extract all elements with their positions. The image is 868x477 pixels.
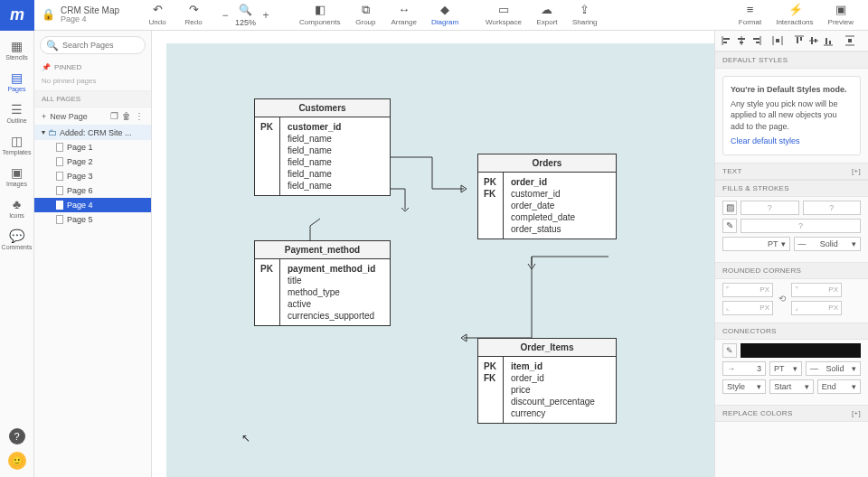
folder-caret-icon: ▾ bbox=[42, 128, 45, 136]
folder-row[interactable]: ▾ 🗀 Added: CRM Site ... bbox=[34, 125, 151, 140]
search-input[interactable] bbox=[62, 41, 144, 50]
images-icon: ▣ bbox=[11, 166, 23, 179]
corner-bl-input[interactable]: ⌞PX bbox=[722, 301, 773, 315]
add-page-icon[interactable]: + bbox=[42, 112, 46, 121]
document-subtitle: Page 4 bbox=[61, 15, 119, 24]
rail-images[interactable]: ▣Images bbox=[2, 163, 33, 191]
entity-title: Customers bbox=[255, 99, 390, 117]
page-icon bbox=[56, 143, 63, 152]
magnifier-icon: 🔍 bbox=[239, 4, 252, 16]
canvas-page[interactable] bbox=[166, 43, 714, 477]
distribute-h-button[interactable] bbox=[771, 34, 784, 47]
new-page-button[interactable]: New Page bbox=[50, 112, 88, 121]
fill-swatch[interactable]: ▨ bbox=[722, 201, 737, 215]
corner-br-input[interactable]: ⌟PX bbox=[791, 301, 842, 315]
key-cell bbox=[260, 286, 274, 298]
key-cell bbox=[484, 407, 497, 419]
search-pages[interactable]: 🔍 bbox=[40, 36, 146, 54]
sharing-icon: ⇪ bbox=[579, 4, 591, 16]
page-menu-icon[interactable]: ⋮ bbox=[135, 111, 144, 121]
section-replace-colors[interactable]: REPLACE COLORS[+] bbox=[715, 405, 868, 422]
connector-line-style[interactable]: ―Solid▾ bbox=[806, 361, 861, 376]
page-row[interactable]: Page 6 bbox=[34, 183, 151, 198]
canvas[interactable]: Customers PK customer_idfield_namefield_… bbox=[152, 31, 714, 477]
interactions-button[interactable]: ⚡Interactions bbox=[769, 2, 820, 28]
corner-tr-input[interactable]: ⌝PX bbox=[791, 283, 842, 297]
page-row[interactable]: Page 4 bbox=[34, 198, 151, 212]
group-button[interactable]: ⧉Group bbox=[347, 2, 383, 28]
field-cell: customer_id bbox=[288, 121, 382, 133]
entity-orders[interactable]: Orders PKFK order_idcustomer_idorder_dat… bbox=[477, 154, 617, 239]
link-corners-icon[interactable]: ⟲ bbox=[778, 294, 786, 304]
arrange-button[interactable]: ↔Arrange bbox=[383, 2, 423, 28]
distribute-v-button[interactable] bbox=[844, 34, 856, 47]
align-center-h-button[interactable] bbox=[735, 34, 748, 47]
connector-color-bar[interactable] bbox=[741, 343, 861, 358]
key-cell bbox=[260, 168, 274, 180]
stroke-value[interactable]: ? bbox=[741, 219, 861, 233]
page-icon bbox=[56, 172, 63, 181]
sharing-button[interactable]: ⇪Sharing bbox=[565, 2, 605, 28]
connector-arrow-select[interactable]: →3 bbox=[722, 361, 766, 376]
svg-rect-13 bbox=[797, 37, 798, 43]
entity-title: Orders bbox=[478, 154, 616, 173]
clear-default-styles-link[interactable]: Clear default styles bbox=[731, 136, 800, 147]
redo-button[interactable]: ↷Redo bbox=[175, 2, 212, 28]
comments-icon: 💬 bbox=[9, 229, 24, 242]
svg-rect-23 bbox=[848, 39, 852, 42]
workspace-icon: ▭ bbox=[497, 4, 510, 16]
zoom-out-button[interactable]: − bbox=[219, 9, 231, 22]
page-row[interactable]: Page 2 bbox=[34, 154, 151, 169]
workspace-button[interactable]: ▭Workspace bbox=[478, 2, 529, 28]
connector-start-select[interactable]: Start▾ bbox=[769, 379, 813, 394]
stroke-style-select[interactable]: ―Solid▾ bbox=[794, 237, 862, 251]
align-top-button[interactable] bbox=[793, 34, 806, 47]
export-button[interactable]: ☁Export bbox=[529, 2, 565, 28]
page-label: Page 3 bbox=[67, 172, 93, 181]
connector-style-select[interactable]: Style▾ bbox=[722, 379, 766, 394]
rail-templates[interactable]: ◫Templates bbox=[2, 131, 33, 159]
stroke-swatch[interactable]: ✎ bbox=[722, 219, 737, 233]
align-center-v-button[interactable] bbox=[807, 34, 820, 47]
rail-comments[interactable]: 💬Comments bbox=[2, 226, 33, 254]
rail-outline[interactable]: ☰Outline bbox=[2, 99, 33, 127]
page-row[interactable]: Page 1 bbox=[34, 140, 151, 154]
connector-color-swatch[interactable]: ✎ bbox=[722, 343, 737, 358]
rail-stencils[interactable]: ▦Stencils bbox=[2, 36, 33, 64]
app-logo[interactable]: m bbox=[0, 0, 34, 31]
rail-pages[interactable]: ▤Pages bbox=[2, 68, 33, 96]
zoom-value[interactable]: 125% bbox=[235, 18, 256, 27]
chevron-down-icon: ▾ bbox=[852, 364, 856, 373]
section-text[interactable]: TEXT[+] bbox=[715, 163, 868, 180]
corner-tl-input[interactable]: ⌜PX bbox=[722, 283, 773, 297]
svg-rect-17 bbox=[815, 39, 816, 42]
undo-button[interactable]: ↶Undo bbox=[139, 2, 175, 28]
allpages-header: ALL PAGES bbox=[34, 90, 151, 108]
user-avatar[interactable]: 🙂 bbox=[8, 452, 26, 470]
page-row[interactable]: Page 5 bbox=[34, 212, 151, 227]
zoom-in-button[interactable]: + bbox=[259, 9, 272, 22]
fill-value-2[interactable]: ? bbox=[803, 201, 862, 215]
connector-width-unit[interactable]: PT▾ bbox=[769, 361, 802, 376]
align-right-button[interactable] bbox=[750, 34, 762, 47]
entity-payment-method[interactable]: Payment_method PK payment_method_idtitle… bbox=[254, 240, 391, 326]
entity-order-items[interactable]: Order_Items PKFK item_idorder_idpricedis… bbox=[477, 338, 617, 424]
preview-button[interactable]: ▣Preview bbox=[821, 2, 861, 28]
rail-icons[interactable]: ♣Icons bbox=[2, 194, 33, 222]
help-button[interactable]: ? bbox=[9, 428, 25, 444]
interactions-icon: ⚡ bbox=[788, 4, 801, 16]
fill-value-1[interactable]: ? bbox=[741, 201, 799, 215]
duplicate-page-icon[interactable]: ❐ bbox=[110, 111, 118, 121]
field-cell: order_id bbox=[511, 372, 609, 384]
diagram-button[interactable]: ◆Diagram bbox=[424, 2, 466, 28]
format-button[interactable]: ≡Format bbox=[731, 2, 769, 28]
align-left-button[interactable] bbox=[721, 34, 733, 47]
entity-customers[interactable]: Customers PK customer_idfield_namefield_… bbox=[254, 98, 391, 196]
stroke-width-select[interactable]: PT▾ bbox=[722, 237, 790, 251]
components-button[interactable]: ◧Components bbox=[292, 2, 347, 28]
connector-end-select[interactable]: End▾ bbox=[817, 379, 861, 394]
arrow-icon: → bbox=[727, 364, 735, 373]
delete-page-icon[interactable]: 🗑 bbox=[122, 111, 131, 121]
page-row[interactable]: Page 3 bbox=[34, 169, 151, 183]
align-bottom-button[interactable] bbox=[822, 34, 835, 47]
